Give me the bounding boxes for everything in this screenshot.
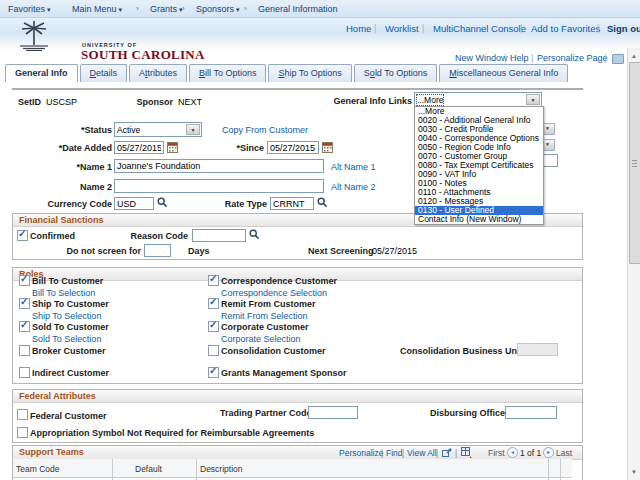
dropdown-option[interactable]: Contact Info (New Window) (415, 215, 543, 224)
indirect-customer-checkbox[interactable] (19, 367, 30, 378)
lookup-magnifier-icon[interactable] (157, 197, 168, 208)
setid-label: SetID (0, 97, 41, 107)
grid-header-row (13, 459, 572, 478)
disbursing-office-input[interactable] (505, 406, 557, 419)
bill-to-customer-checkbox[interactable] (19, 275, 30, 286)
name1-label: *Name 1 (32, 162, 112, 172)
sold-to-customer-checkbox[interactable] (19, 321, 30, 332)
chevron-down-icon: ▾ (47, 6, 51, 13)
breadcrumb-current-page: General Information (258, 4, 338, 14)
currency-code-label: Currency Code (32, 199, 112, 209)
alt-name1-link[interactable]: Alt Name 1 (331, 162, 376, 172)
currency-code-input[interactable] (114, 197, 154, 210)
scrollbar-thumb[interactable] (629, 62, 640, 264)
tab-bill-to-options[interactable]: Bill To Options (189, 64, 266, 82)
nav-sign-out[interactable]: Sign out (607, 23, 640, 34)
nav-worklist[interactable]: Worklist (385, 23, 419, 34)
status-select[interactable]: Active ▼ (114, 122, 202, 137)
nav-add-to-favorites[interactable]: Add to Favorites (531, 23, 600, 34)
lookup-magnifier-icon[interactable] (249, 229, 260, 240)
general-info-links-select[interactable]: ...More ▼ (414, 92, 542, 107)
dropdown-arrow-icon[interactable]: ▼ (526, 94, 540, 105)
vertical-scrollbar[interactable]: ▲ ▼ (627, 48, 640, 480)
grid-first-label[interactable]: First (488, 448, 505, 458)
breadcrumb: Favorites▾ Main Menu▾ › Grants▾ › Sponso… (0, 0, 640, 18)
confirmed-checkbox[interactable] (17, 230, 28, 241)
grid-view-all-link[interactable]: View All (407, 448, 437, 458)
name1-input[interactable] (114, 159, 324, 173)
calendar-icon[interactable] (167, 141, 178, 153)
tab-attributes[interactable]: Attributes (129, 64, 187, 82)
nav-multichannel-console[interactable]: MultiChannel Console (433, 23, 526, 34)
consolidation-customer-checkbox[interactable] (208, 345, 219, 356)
grants-management-sponsor-label: Grants Management Sponsor (221, 368, 401, 378)
do-not-screen-input[interactable] (144, 244, 171, 257)
nav-home[interactable]: Home (346, 23, 371, 34)
remit-from-selection-link[interactable]: Remit From Selection (221, 311, 308, 321)
next-row-icon[interactable]: ▸ (543, 447, 554, 458)
ship-to-customer-checkbox[interactable] (19, 298, 30, 309)
federal-customer-label: Federal Customer (30, 411, 150, 421)
tab-miscellaneous-general-info[interactable]: Miscellaneous General Info (439, 64, 568, 82)
grid-last-label[interactable]: Last (556, 448, 572, 458)
tab-sold-to-options[interactable]: Sold To Options (354, 64, 437, 82)
breadcrumb-separator: › (244, 4, 247, 13)
tab-general-info[interactable]: General Info (5, 64, 78, 82)
bill-to-selection-link[interactable]: Bill To Selection (32, 288, 95, 298)
setid-value: USCSP (46, 97, 77, 107)
dropdown-arrow-icon[interactable]: ▼ (186, 124, 200, 135)
correspondence-customer-checkbox[interactable] (208, 275, 219, 286)
copy-from-customer-link[interactable]: Copy From Customer (222, 125, 308, 135)
scroll-up-icon[interactable]: ▲ (628, 50, 640, 62)
previous-row-icon[interactable]: ◂ (507, 447, 518, 458)
reason-code-input[interactable] (192, 229, 246, 242)
do-not-screen-label: Do not screen for (60, 246, 141, 256)
grid-personalize-link[interactable]: Personalize (339, 448, 383, 458)
calendar-icon[interactable] (322, 141, 333, 153)
name2-label: Name 2 (32, 182, 112, 192)
column-border (112, 459, 113, 480)
correspondence-selection-link[interactable]: Correspondence Selection (221, 288, 327, 298)
breadcrumb-grants[interactable]: Grants▾ (150, 4, 183, 14)
breadcrumb-favorites[interactable]: Favorites▾ (8, 4, 51, 14)
name2-input[interactable] (114, 179, 324, 193)
help-link[interactable]: Help (510, 53, 529, 63)
corporate-selection-link[interactable]: Corporate Selection (221, 334, 301, 344)
page-tabs: General Info Details Attributes Bill To … (5, 63, 570, 82)
column-header-description: Description (200, 464, 243, 474)
new-window-link[interactable]: New Window (455, 53, 508, 63)
trading-partner-code-input[interactable] (308, 406, 358, 419)
grid-find-link[interactable]: Find (386, 448, 403, 458)
tab-ship-to-options[interactable]: Ship To Options (268, 64, 351, 82)
tab-details[interactable]: Details (80, 64, 128, 82)
personalize-page-link[interactable]: Personalize Page (537, 53, 608, 63)
grid-row-count: 1 of 1 (520, 448, 541, 458)
column-border (196, 459, 197, 480)
rate-type-label: Rate Type (207, 199, 267, 209)
federal-customer-checkbox[interactable] (17, 409, 28, 420)
breadcrumb-main-menu[interactable]: Main Menu▾ (72, 4, 122, 14)
remit-from-customer-checkbox[interactable] (208, 298, 219, 309)
appropriation-symbol-label: Appropriation Symbol Not Required for Re… (30, 428, 360, 438)
lookup-magnifier-icon[interactable] (317, 197, 328, 208)
reason-code-label: Reason Code (120, 231, 188, 241)
sold-to-selection-link[interactable]: Sold To Selection (32, 334, 101, 344)
breadcrumb-sponsors[interactable]: Sponsors▾ (196, 4, 240, 14)
corporate-customer-checkbox[interactable] (208, 321, 219, 332)
broker-customer-checkbox[interactable] (19, 345, 30, 356)
since-input[interactable] (267, 141, 319, 154)
scroll-down-icon[interactable]: ▼ (628, 466, 640, 478)
ship-to-selection-link[interactable]: Ship To Selection (32, 311, 101, 321)
grid-popout-icon[interactable] (442, 448, 452, 458)
grid-download-icon[interactable] (461, 447, 472, 458)
grants-management-sponsor-checkbox[interactable] (208, 367, 219, 378)
date-added-input[interactable] (114, 141, 164, 154)
alt-name2-link[interactable]: Alt Name 2 (331, 182, 376, 192)
util-separator: | (504, 53, 506, 63)
copy-url-icon[interactable] (612, 54, 624, 64)
rate-type-input[interactable] (270, 197, 314, 210)
next-screening-label: Next Screening (308, 246, 366, 256)
trading-partner-code-label: Trading Partner Code (220, 408, 305, 418)
column-header-team-code: Team Code (16, 464, 59, 474)
appropriation-symbol-checkbox[interactable] (17, 427, 28, 438)
